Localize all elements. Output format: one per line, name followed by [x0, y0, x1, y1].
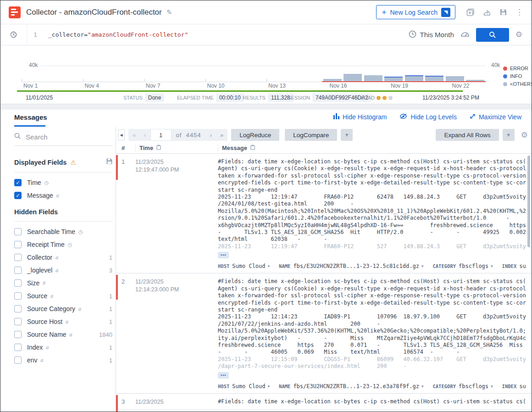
table-row[interactable]: 211/23/202512:14:23.000 PM#Fields: date … [116, 273, 532, 393]
share-icon[interactable] [483, 8, 491, 17]
edit-title-pencil-icon[interactable]: ✎ [166, 8, 172, 17]
checkbox[interactable]: ✓ [14, 192, 22, 199]
row-time: 11/23/202512:19:47.000 PM [135, 158, 218, 269]
field-item-searchable-time[interactable]: Searchable Time◷ [14, 225, 114, 238]
checkbox[interactable] [14, 228, 22, 235]
checkbox[interactable] [14, 331, 22, 338]
checkbox[interactable] [14, 279, 22, 287]
field-item-source-name[interactable]: Source Namea1840 [14, 328, 114, 341]
field-item-index[interactable]: Indexa1 [14, 341, 114, 354]
maximize-view-button[interactable]: Maximize View [470, 113, 521, 121]
chevron-down-icon: ▾ [491, 384, 493, 389]
histogram-bar[interactable] [344, 74, 362, 82]
expand-message-button[interactable]: ••• [218, 372, 229, 379]
metadata-field-index[interactable]: INDEXsumolo▾ [502, 263, 526, 269]
column-header-number[interactable]: # [116, 145, 135, 151]
metadata-field-name[interactable]: NAMEfbs/E3U2HCN2ZRTB...1-23-12.5c81c1dd.… [279, 263, 423, 269]
tab-messages[interactable]: Messages [14, 113, 47, 121]
checkbox[interactable] [14, 356, 22, 364]
sidebar-collapse-button[interactable]: ◀ [118, 129, 125, 140]
metadata-field-category[interactable]: CATEGORYfbscflogs▾ [432, 383, 493, 390]
table-row[interactable]: 111/23/202512:19:47.000 PM#Fields: date … [116, 154, 532, 273]
save-icon[interactable] [499, 8, 507, 16]
time-range-selector[interactable]: This Month [409, 30, 454, 39]
legend-item-others[interactable]: <OTHERS> [503, 81, 532, 87]
search-history-icon[interactable] [0, 24, 27, 45]
total-pages: 4454 [186, 132, 201, 139]
chevron-down-icon: ▾ [268, 264, 270, 268]
checkbox[interactable]: ✓ [14, 179, 22, 186]
legend-item-info[interactable]: INFO [503, 73, 532, 79]
logcompare-dropdown-button[interactable]: ▼ [341, 129, 353, 141]
field-type-icon: a [56, 192, 59, 199]
hide-log-levels-button[interactable]: Hide Log Levels [399, 113, 456, 121]
field-item-source[interactable]: Sourcea1 [14, 290, 114, 302]
hide-histogram-button[interactable]: Hide Histogram [333, 113, 387, 121]
expand-all-rows-button[interactable]: Expand All Rows [436, 129, 499, 141]
histogram-error-segment [444, 81, 466, 82]
save-fields-icon[interactable] [106, 158, 113, 167]
expand-message-button[interactable]: ••• [218, 252, 229, 258]
copy-icon[interactable] [156, 145, 161, 151]
field-item-receipt-time[interactable]: Receipt Time◷ [14, 238, 114, 251]
field-search-input[interactable]: Search [14, 133, 113, 146]
field-count: 1 [109, 318, 114, 325]
axis-tick-label: Nov 7 [146, 83, 160, 89]
current-page[interactable]: 1 [150, 129, 172, 141]
field-item-source-host[interactable]: Source Hosta1 [14, 315, 114, 328]
live-tail-gauge-icon[interactable] [460, 31, 470, 39]
table-row[interactable]: 311/23/2025#Fields: date time x-edge-loc… [116, 394, 532, 410]
histogram-plot[interactable]: 40k 40k ERROR INFO <OTHERS> Nov 1Nov 4No… [0, 54, 532, 90]
gridline [41, 66, 486, 66]
expand-rows-dropdown-button[interactable]: ▼ [503, 129, 515, 141]
first-page-button[interactable]: « [128, 132, 140, 139]
column-header-message[interactable]: Message [218, 145, 532, 151]
checkbox[interactable] [14, 254, 22, 261]
search-button[interactable] [476, 28, 509, 42]
checkbox[interactable] [14, 318, 22, 325]
last-page-button[interactable]: » [216, 132, 227, 139]
message-line: - - 46005 0.069 Miss text/html 106574 - … [218, 349, 526, 356]
checkbox[interactable] [14, 241, 22, 248]
add-to-dashboard-icon[interactable] [466, 8, 475, 17]
maximize-arrows-icon [470, 113, 476, 121]
metadata-field-category[interactable]: CATEGORYfbscflogs▾ [432, 263, 493, 269]
field-item-_loglevel[interactable]: _loglevela3 [14, 264, 114, 277]
checkbox[interactable] [14, 292, 22, 300]
logcompare-button[interactable]: LogCompare [285, 129, 337, 141]
legend-item-error[interactable]: ERROR [503, 66, 532, 71]
metadata-field-name[interactable]: NAMEfbs/E3U2HCN2ZRTB...1-23-12.e3a78f9f.… [279, 383, 423, 390]
copy-icon[interactable] [250, 145, 255, 151]
message-line: - TLSv1.3 TLS_AES_128_GCM_SHA256 Hit HTT… [218, 229, 526, 236]
search-settings-gear-icon[interactable]: ⚙ [515, 30, 522, 39]
metadata-field-index[interactable]: INDEXsumolo▾ [502, 383, 526, 390]
field-item-size[interactable]: Size# [14, 277, 114, 290]
metadata-field-host[interactable]: HOSTSumo Cloud▾ [218, 383, 270, 390]
checkbox[interactable] [14, 267, 22, 274]
histogram-bar[interactable] [364, 75, 382, 82]
field-item-time[interactable]: ✓Time◷ [14, 176, 114, 189]
field-item-source-category[interactable]: Source Categorya1 [14, 302, 114, 315]
checkbox[interactable] [14, 344, 22, 351]
message-line: taken x-forwarded-for ssl-protocol ssl-c… [218, 292, 526, 299]
column-header-time[interactable]: Time [135, 145, 218, 151]
logreduce-button[interactable]: LogReduce [231, 129, 279, 141]
query-input[interactable]: _collector="amazonCloudFront-collector" [48, 31, 188, 38]
metadata-field-host[interactable]: HOSTSumo Cloud▾ [218, 263, 270, 269]
field-item-message[interactable]: ✓Messagea [14, 189, 114, 202]
field-item-env[interactable]: enva1 [14, 354, 114, 367]
field-type-icon: ◷ [78, 229, 83, 235]
more-menu-icon[interactable]: ⋮ [515, 7, 523, 17]
field-type-icon: # [43, 280, 45, 286]
new-log-search-button[interactable]: + New Log Search ◥ [376, 5, 455, 19]
table-settings-gear-icon[interactable]: ⚙ [521, 130, 528, 140]
checkbox[interactable] [14, 305, 22, 312]
prev-page-button[interactable]: ‹ [140, 132, 150, 139]
status-bar: 11/01/2025 STATUSDone ELAPSED TIME00:00:… [0, 92, 532, 104]
eye-slash-icon [399, 113, 407, 121]
next-page-button[interactable]: › [206, 132, 216, 139]
histogram-info-segment [384, 77, 403, 78]
field-item-collector[interactable]: Collectora1 [14, 251, 114, 264]
vertical-scrollbar[interactable] [527, 156, 530, 247]
histogram-bar[interactable] [405, 75, 423, 82]
